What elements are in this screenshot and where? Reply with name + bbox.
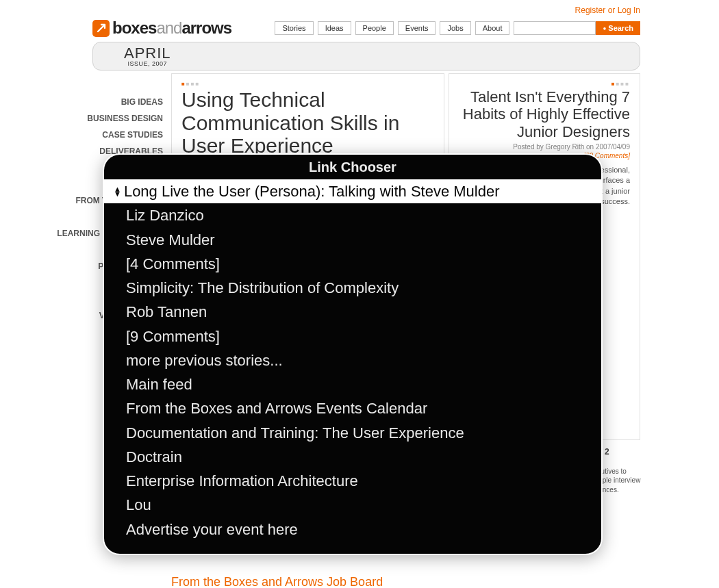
nav-tab-stories[interactable]: Stories: [275, 21, 313, 35]
cat-big-ideas[interactable]: BIG IDEAS: [0, 94, 163, 110]
link-chooser-item[interactable]: more previous stories...: [104, 348, 601, 372]
logo-text: boxesandarrows: [112, 18, 231, 38]
nav-tab-ideas[interactable]: Ideas: [318, 21, 351, 35]
dots-icon: ■■■■: [181, 81, 434, 87]
nav-tab-people[interactable]: People: [355, 21, 394, 35]
link-chooser-item[interactable]: Main feed: [104, 372, 601, 396]
job-board-header[interactable]: From the Boxes and Arrows Job Board: [171, 575, 641, 588]
issue-month: APRIL: [124, 46, 171, 61]
link-chooser-item[interactable]: [4 Comments]: [104, 252, 601, 276]
link-chooser-item[interactable]: Documentation and Training: The User Exp…: [104, 421, 601, 445]
cat-case-studies[interactable]: CASE STUDIES: [0, 127, 163, 143]
link-chooser-item[interactable]: Enterprise Information Architecture: [104, 469, 601, 493]
link-chooser-item[interactable]: Rob Tannen: [104, 300, 601, 324]
link-chooser-item[interactable]: Lou: [104, 493, 601, 517]
register-login-link[interactable]: Register or Log In: [575, 5, 640, 15]
side-article-meta: Posted by Gregory Rith on 2007/04/09: [459, 143, 630, 151]
nav-tab-about[interactable]: About: [475, 21, 510, 35]
link-chooser-item-selected[interactable]: ▲▼ Long Live the User (Persona): Talking…: [104, 179, 601, 203]
link-chooser-item[interactable]: Liz Danzico: [104, 203, 601, 227]
issue-bar: APRIL ISSUE, 2007: [92, 42, 640, 71]
link-chooser-item[interactable]: [9 Comments]: [104, 324, 601, 348]
link-chooser-item[interactable]: Advertise your event here: [104, 517, 601, 541]
nav-and-search: Stories Ideas People Events Jobs About S…: [275, 21, 640, 35]
search-box: Search: [514, 21, 640, 35]
header: boxesandarrows Stories Ideas People Even…: [0, 18, 719, 38]
main-article-title[interactable]: Using Technical Communication Skills in …: [181, 88, 434, 157]
top-bar: Register or Log In: [0, 0, 719, 18]
dots-icon: ■■■■: [459, 81, 630, 87]
link-chooser-list: ▲▼ Long Live the User (Persona): Talking…: [104, 179, 601, 541]
link-chooser-modal: Link Chooser ▲▼ Long Live the User (Pers…: [103, 153, 603, 555]
link-chooser-item[interactable]: From the Boxes and Arrows Events Calenda…: [104, 396, 601, 420]
search-input[interactable]: [514, 21, 596, 35]
issue-sub: ISSUE, 2007: [124, 61, 171, 67]
search-button[interactable]: Search: [596, 21, 640, 35]
site-logo[interactable]: boxesandarrows: [92, 18, 231, 38]
nav-tabs: Stories Ideas People Events Jobs About: [275, 21, 509, 35]
link-chooser-item[interactable]: Steve Mulder: [104, 228, 601, 252]
logo-icon: [92, 20, 110, 37]
updown-icon: ▲▼: [114, 187, 121, 196]
link-chooser-item[interactable]: Simplicity: The Distribution of Complexi…: [104, 276, 601, 300]
side-article-title[interactable]: Talent Isn't Everything 7 Habits of High…: [459, 88, 630, 140]
link-chooser-title: Link Chooser: [104, 155, 601, 179]
link-chooser-item[interactable]: Doctrain: [104, 445, 601, 469]
nav-tab-events[interactable]: Events: [398, 21, 436, 35]
cat-business-design[interactable]: BUSINESS DESIGN: [0, 110, 163, 127]
nav-tab-jobs[interactable]: Jobs: [440, 21, 470, 35]
